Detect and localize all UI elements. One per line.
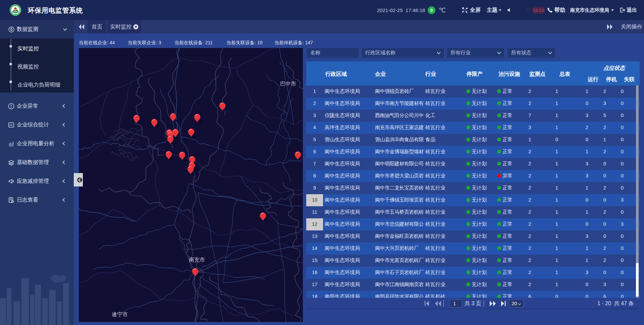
svg-text:南充市: 南充市 (189, 257, 205, 263)
svg-text:巴中市: 巴中市 (280, 81, 296, 87)
svg-text:遂宁市: 遂宁市 (112, 312, 128, 317)
